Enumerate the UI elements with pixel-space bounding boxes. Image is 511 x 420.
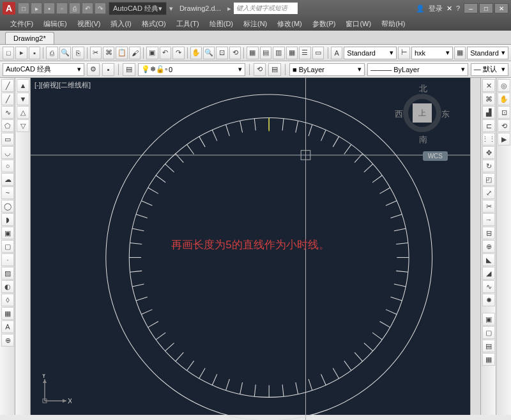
hatch-tool-icon[interactable]: ▨ (1, 267, 14, 280)
ssm-icon[interactable]: ▦ (286, 47, 298, 59)
fillet-tool-icon[interactable]: ◢ (482, 267, 495, 280)
dimstyle-icon[interactable]: ⊢ (398, 47, 409, 59)
vertical-scrollbar[interactable] (470, 78, 480, 415)
layer-dropdown[interactable]: 💡❄🔓▫ 0▾ (138, 63, 245, 76)
polygon-tool-icon[interactable]: ⬠ (1, 119, 14, 132)
tablestyle-icon[interactable]: ▦ (454, 47, 466, 59)
person-icon[interactable]: 👤 (416, 4, 425, 13)
workspace-dropdown[interactable]: AutoCAD 经典▾ (109, 2, 167, 15)
menu-insert[interactable]: 插入(I) (105, 17, 136, 31)
menu-tools[interactable]: 工具(T) (171, 17, 204, 31)
region-tool-icon[interactable]: ◊ (1, 294, 14, 306)
group-icon[interactable]: ▣ (482, 313, 495, 326)
redo-icon[interactable]: ↷ (172, 47, 184, 59)
doc-tab-active[interactable]: Drawing2* (5, 32, 54, 44)
extend-tool-icon[interactable]: → (482, 213, 495, 226)
login-link[interactable]: 登录 (429, 4, 443, 13)
groupedit-icon[interactable]: ▤ (482, 340, 495, 352)
dim-style-dropdown[interactable]: hxk▾ (411, 47, 453, 59)
calc-icon[interactable]: ▭ (312, 47, 324, 59)
layer-state-icon[interactable]: ▤ (268, 63, 281, 76)
erase-tool-icon[interactable]: ✕ (482, 79, 495, 92)
pan-icon[interactable]: ✋ (190, 47, 202, 59)
blend-tool-icon[interactable]: ∿ (482, 280, 495, 293)
scale-tool-icon[interactable]: ◰ (482, 173, 495, 186)
block-tool-icon[interactable]: ▢ (1, 240, 14, 253)
help-icon[interactable]: ? (456, 4, 460, 12)
undo-icon[interactable]: ↶ (160, 47, 171, 59)
qat-new-icon[interactable]: □ (18, 3, 29, 14)
chamfer-tool-icon[interactable]: ◣ (482, 253, 495, 266)
search-input[interactable]: 键入关键字或短语 (234, 3, 298, 14)
table-tool-icon[interactable]: ▦ (1, 307, 14, 320)
copy-icon[interactable]: ⌘ (103, 47, 114, 59)
menu-view[interactable]: 视图(V) (72, 17, 106, 31)
stretch-tool-icon[interactable]: ⤢ (482, 186, 495, 199)
menu-draw[interactable]: 绘图(D) (204, 17, 238, 31)
offset-tool-icon[interactable]: ⊏ (482, 119, 495, 132)
below-icon[interactable]: ▽ (17, 119, 29, 132)
line-tool-icon[interactable]: ╱ (1, 79, 14, 92)
ellipsearc-tool-icon[interactable]: ◗ (1, 213, 14, 226)
copy-tool-icon[interactable]: ⌘ (482, 93, 495, 105)
save-icon[interactable]: ▪ (29, 47, 40, 59)
plot-icon[interactable]: ⎙ (46, 47, 57, 59)
view-cube[interactable]: 上 北 南 东 西 (393, 84, 451, 142)
zoom-prev-icon[interactable]: ⟲ (229, 47, 241, 59)
qat-saveas-icon[interactable]: ▫ (56, 3, 68, 14)
ellipse-tool-icon[interactable]: ◯ (1, 200, 14, 213)
menu-format[interactable]: 格式(O) (137, 17, 171, 31)
color-dropdown[interactable]: ■ ByLayer▾ (289, 63, 365, 76)
viewcube-top[interactable]: 上 (413, 103, 432, 123)
join-tool-icon[interactable]: ⊕ (482, 240, 495, 253)
orbit-icon[interactable]: ⟲ (498, 119, 510, 132)
front-icon[interactable]: ▲ (17, 79, 29, 92)
zoom-extents-icon[interactable]: ⊡ (498, 106, 510, 119)
exchange-icon[interactable]: ✕ (446, 4, 452, 13)
qat-save-icon[interactable]: ▪ (43, 3, 55, 14)
lineweight-dropdown[interactable]: — 默认▾ (471, 63, 508, 76)
addselected-tool-icon[interactable]: ⊕ (1, 334, 14, 347)
viewcube-west[interactable]: 西 (395, 109, 403, 120)
ungroup-icon[interactable]: ▢ (482, 326, 495, 339)
viewcube-south[interactable]: 南 (419, 134, 427, 146)
markup-icon[interactable]: ☰ (299, 47, 310, 59)
explode-tool-icon[interactable]: ✸ (482, 294, 495, 306)
qat-open-icon[interactable]: ▸ (31, 3, 42, 14)
block-icon[interactable]: ▣ (146, 47, 158, 59)
viewcube-east[interactable]: 东 (441, 109, 450, 120)
circle-tool-icon[interactable]: ○ (1, 160, 14, 172)
textstyle-icon[interactable]: A (331, 47, 342, 59)
ws-settings-icon[interactable]: ⚙ (87, 63, 100, 76)
mirror-tool-icon[interactable]: ▟ (482, 106, 495, 119)
point-tool-icon[interactable]: · (1, 253, 14, 266)
groupbbox-icon[interactable]: ▦ (482, 353, 495, 366)
move-tool-icon[interactable]: ✥ (482, 146, 495, 159)
layer-prev-icon[interactable]: ⟲ (254, 63, 266, 76)
gradient-tool-icon[interactable]: ◐ (1, 280, 14, 293)
qat-plot-icon[interactable]: ⎙ (69, 3, 80, 14)
rotate-tool-icon[interactable]: ↻ (482, 160, 495, 172)
steering-icon[interactable]: ◎ (498, 79, 510, 92)
back-icon[interactable]: ▼ (17, 93, 29, 105)
zoom-win-icon[interactable]: ⊡ (216, 47, 227, 59)
menu-modify[interactable]: 修改(M) (272, 17, 307, 31)
insert-tool-icon[interactable]: ▣ (1, 227, 14, 239)
menu-parametric[interactable]: 参数(P) (307, 17, 341, 31)
menu-help[interactable]: 帮助(H) (376, 17, 410, 31)
maximize-button[interactable]: □ (479, 3, 493, 13)
preview-icon[interactable]: 🔍 (59, 47, 71, 59)
pan2-icon[interactable]: ✋ (498, 93, 510, 105)
paste-icon[interactable]: 📋 (116, 47, 127, 59)
table-style-dropdown[interactable]: Standard▾ (467, 47, 508, 59)
array-tool-icon[interactable]: ⋮⋮ (482, 133, 495, 146)
publish-icon[interactable]: ⎘ (72, 47, 84, 59)
workspace-dd2[interactable]: AutoCAD 经典▾ (3, 63, 84, 76)
xline-tool-icon[interactable]: ╱ (1, 93, 14, 105)
break-tool-icon[interactable]: ⊟ (482, 227, 495, 239)
qat-undo-icon[interactable]: ↶ (82, 3, 93, 14)
minimize-button[interactable]: – (464, 3, 478, 13)
text-style-dropdown[interactable]: Standard▾ (344, 47, 397, 59)
dc-icon[interactable]: ▤ (260, 47, 271, 59)
matchprop-icon[interactable]: 🖌 (129, 47, 141, 59)
